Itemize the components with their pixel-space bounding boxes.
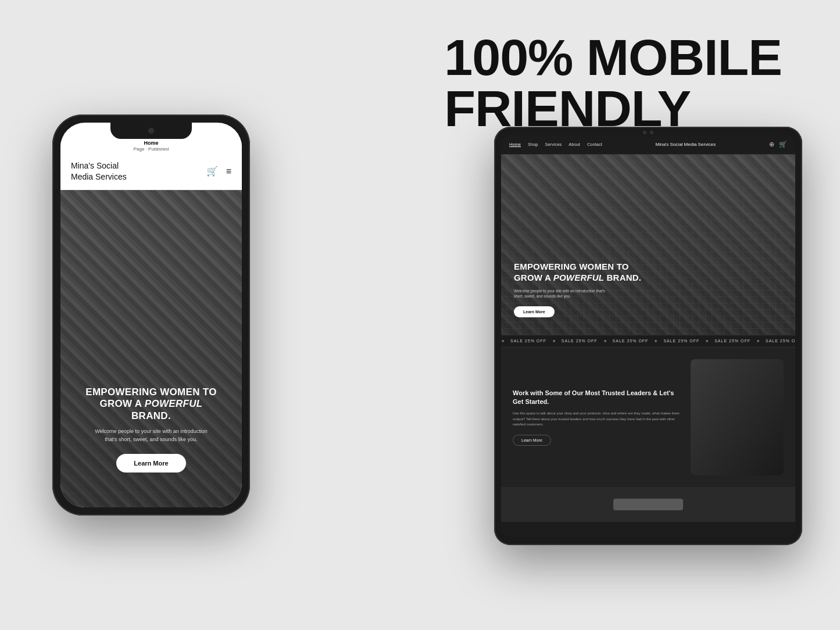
- tablet-hero-heading: EMPOWERING WOMEN TOGROW A POWERFUL BRAND…: [514, 262, 641, 284]
- tablet-section2-text: Work with Some of Our Most Trusted Leade…: [513, 389, 681, 445]
- phone-notch: [110, 123, 192, 139]
- phone-mockup: Home Page · Published Mina's Social Medi…: [52, 114, 250, 516]
- tablet-section2-image: [691, 359, 784, 475]
- main-scene: 100% MOBILE FRIENDLY Home Page · Publish…: [0, 0, 840, 630]
- phone-hero-heading: EMPOWERING WOMEN TO GROW A POWERFUL BRAN…: [85, 386, 216, 422]
- tablet-nav-contact[interactable]: Contact: [587, 142, 602, 147]
- phone-brand-name: Mina's Social Media Services: [71, 160, 127, 181]
- tablet-bottom-section: [501, 487, 795, 522]
- sale-ticker: ★ SALE 25% OFF ★ SALE 25% OFF ★ SALE 25%…: [501, 335, 795, 348]
- tablet-brand-name: Mina's Social Media Services: [655, 142, 716, 147]
- ticker-item-4: SALE 25% OFF: [657, 339, 705, 343]
- notch-dot: [148, 128, 154, 134]
- phone-hero-section: EMPOWERING WOMEN TO GROW A POWERFUL BRAN…: [60, 190, 242, 507]
- phone-screen: Home Page · Published Mina's Social Medi…: [60, 123, 242, 507]
- tablet-hero-section: EMPOWERING WOMEN TOGROW A POWERFUL BRAND…: [501, 155, 795, 335]
- phone-status-bar: Home Page · Published: [60, 139, 242, 153]
- page-subtitle: Page · Published: [134, 146, 169, 152]
- ticker-content: ★ SALE 25% OFF ★ SALE 25% OFF ★ SALE 25%…: [501, 339, 795, 343]
- tablet-section2: Work with Some of Our Most Trusted Leade…: [501, 348, 795, 487]
- tablet-screen: Home Shop Services About Contact Mina's …: [501, 135, 795, 537]
- status-bar-content: Home Page · Published: [134, 140, 169, 152]
- tablet-camera: [643, 131, 653, 134]
- tablet-section2-body: Use this space to talk about your shop a…: [513, 411, 681, 428]
- phone-navbar: Mina's Social Media Services 🛒 ≡: [60, 153, 242, 190]
- ticker-item-6: SALE 25% OFF: [760, 339, 795, 343]
- tablet-navbar: Home Shop Services About Contact Mina's …: [501, 135, 795, 155]
- tablet-nav-shop[interactable]: Shop: [528, 142, 538, 147]
- tablet-learn-more-button[interactable]: Learn More: [514, 306, 555, 317]
- phone-hero-subtext: Welcome people to your site with an intr…: [93, 428, 209, 443]
- tablet-section2-learn-more-button[interactable]: Learn More: [513, 435, 551, 446]
- ticker-item-5: SALE 25% OFF: [709, 339, 756, 343]
- tablet-mockup: Home Shop Services About Contact Mina's …: [494, 127, 802, 545]
- cart-icon[interactable]: 🛒: [206, 166, 218, 177]
- tablet-bottom-bar: [613, 499, 683, 510]
- tablet-nav-about[interactable]: About: [569, 142, 580, 147]
- camera-dot-2: [650, 131, 653, 134]
- phone-hero-content: EMPOWERING WOMEN TO GROW A POWERFUL BRAN…: [76, 386, 226, 472]
- page-title: Home: [134, 140, 169, 146]
- camera-dot-1: [643, 131, 646, 134]
- phone-nav-icons: 🛒 ≡: [206, 166, 231, 177]
- tablet-hero-subtext: Welcome people to your site with an intr…: [514, 288, 613, 300]
- tablet-instagram-icon[interactable]: ⊕: [769, 141, 774, 148]
- menu-icon[interactable]: ≡: [226, 166, 231, 177]
- tablet-frame: Home Shop Services About Contact Mina's …: [494, 127, 802, 545]
- headline-block: 100% MOBILE FRIENDLY: [444, 32, 782, 134]
- headline-text: 100% MOBILE FRIENDLY: [444, 32, 782, 134]
- tablet-hero-content: EMPOWERING WOMEN TOGROW A POWERFUL BRAND…: [501, 262, 654, 317]
- tablet-section2-heading: Work with Some of Our Most Trusted Leade…: [513, 389, 681, 406]
- ticker-item-1: SALE 25% OFF: [505, 339, 552, 343]
- phone-learn-more-button[interactable]: Learn More: [116, 454, 185, 472]
- tablet-nav-home[interactable]: Home: [509, 142, 521, 147]
- phone-frame: Home Page · Published Mina's Social Medi…: [52, 114, 250, 516]
- tablet-nav-links: Home Shop Services About Contact: [509, 142, 602, 147]
- ticker-item-3: SALE 25% OFF: [607, 339, 655, 343]
- tablet-nav-icons: ⊕ 🛒: [769, 141, 787, 148]
- tablet-cart-icon[interactable]: 🛒: [779, 141, 787, 148]
- tablet-nav-services[interactable]: Services: [545, 142, 562, 147]
- ticker-item-2: SALE 25% OFF: [556, 339, 603, 343]
